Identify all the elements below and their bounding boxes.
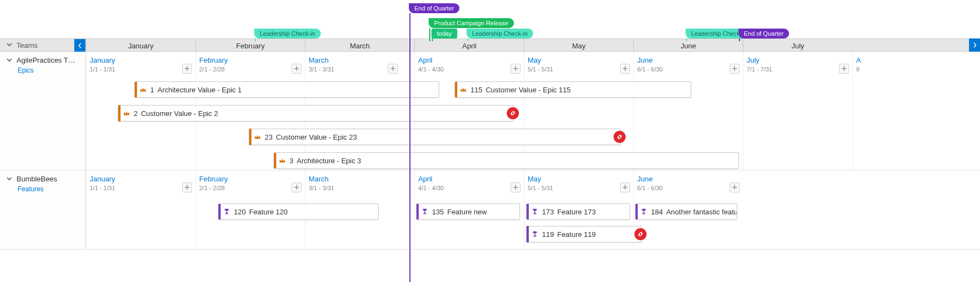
feature-card[interactable]: 135Feature new: [416, 203, 520, 220]
teams-collapse-icon[interactable]: [7, 42, 12, 48]
sprint-label[interactable]: March: [309, 175, 329, 183]
header-month: July: [743, 39, 852, 51]
feature-card[interactable]: 120Feature 120: [218, 203, 379, 220]
add-item-button[interactable]: +: [388, 64, 398, 74]
sprint-range: 3/1 - 3/31: [309, 185, 334, 191]
feature-card[interactable]: 184Another fantastic feature: [635, 203, 737, 220]
epic-card[interactable]: 23Customer Value - Epic 23: [249, 129, 621, 145]
team-name: AgilePractices T…: [17, 56, 75, 64]
sprint-label[interactable]: July: [747, 56, 759, 64]
epic-card[interactable]: 1Architecture Value - Epic 1: [134, 81, 439, 98]
sprint-label[interactable]: A: [856, 56, 861, 64]
marker-check[interactable]: Leadership Check-in: [467, 29, 533, 38]
work-item-id: 184: [651, 208, 663, 216]
sprint-range: 5/1 - 5/31: [528, 185, 553, 191]
header-month: February: [195, 39, 305, 51]
header-month-columns: JanuaryFebruaryMarchAprilMayJuneJuly: [86, 39, 980, 51]
sprint-range: 1/1 - 1/31: [90, 185, 115, 191]
sprint-column: July7/1 - 7/31+: [743, 52, 852, 170]
add-item-button[interactable]: +: [730, 64, 740, 74]
crown-icon: [123, 109, 130, 117]
sprint-label[interactable]: May: [528, 175, 541, 183]
team-lane: BumbleBeesFeaturesJanuary1/1 - 1/31+Febr…: [0, 170, 980, 250]
work-item-title: Customer Value - Epic 23: [276, 133, 357, 141]
add-item-button[interactable]: +: [511, 183, 521, 192]
sprint-label[interactable]: February: [199, 175, 228, 183]
sprint-range: 6/1 - 6/30: [637, 185, 663, 191]
trophy-icon: [223, 208, 231, 215]
team-lane-sidebar: AgilePractices T…Epics: [0, 52, 86, 170]
backlog-level-label[interactable]: Epics: [18, 67, 85, 74]
sprint-label[interactable]: March: [309, 56, 329, 64]
sprint-column: A8: [852, 52, 885, 170]
trophy-icon: [421, 208, 429, 215]
sprint-range: 2/1 - 2/28: [199, 66, 225, 73]
sprint-label[interactable]: June: [637, 175, 653, 183]
add-item-button[interactable]: +: [620, 183, 630, 192]
add-item-button[interactable]: +: [292, 183, 302, 192]
feature-card[interactable]: 173Feature 173: [526, 203, 630, 220]
sprint-range: 7/1 - 7/31: [747, 66, 772, 73]
marker-eoq[interactable]: End of Quarter: [738, 29, 789, 38]
header-month: March: [305, 39, 414, 51]
nav-prev-button[interactable]: [74, 39, 85, 52]
team-lane: AgilePractices T…EpicsJanuary1/1 - 1/31+…: [0, 52, 980, 170]
crown-icon: [459, 86, 467, 93]
epic-card[interactable]: 2Customer Value - Epic 2: [118, 105, 514, 121]
sprint-label[interactable]: February: [199, 56, 228, 64]
trophy-icon: [640, 208, 648, 215]
marker-check[interactable]: Leadership Check-in: [254, 29, 321, 38]
sprint-label[interactable]: May: [528, 56, 541, 64]
dependency-link-icon[interactable]: [507, 107, 519, 119]
sprint-label[interactable]: January: [90, 175, 115, 183]
work-item-id: 173: [542, 208, 554, 216]
work-item-id: 115: [470, 86, 483, 94]
epic-card[interactable]: 3Architecture - Epic 3: [273, 152, 739, 169]
work-item-id: 119: [542, 230, 554, 239]
crown-icon: [254, 133, 261, 141]
add-item-button[interactable]: +: [292, 64, 302, 74]
sprint-range: 3/1 - 3/31: [309, 66, 334, 73]
crown-icon: [139, 86, 147, 93]
team-collapse-icon[interactable]: [7, 57, 12, 64]
work-item-id: 23: [265, 133, 272, 141]
swimlane-container: AgilePractices T…EpicsJanuary1/1 - 1/31+…: [0, 52, 980, 250]
marker-camp[interactable]: Product Campaign Release: [429, 18, 514, 28]
sprint-label[interactable]: January: [90, 56, 115, 64]
nav-next-button[interactable]: [969, 38, 980, 52]
sprint-label[interactable]: April: [418, 175, 432, 183]
team-lane-body: January1/1 - 1/31+February2/1 - 2/28+Mar…: [86, 52, 980, 170]
team-collapse-icon[interactable]: [7, 176, 12, 183]
feature-card[interactable]: 119Feature 119: [526, 226, 642, 242]
sprint-range: 2/1 - 2/28: [199, 185, 225, 191]
add-item-button[interactable]: +: [182, 183, 192, 192]
add-item-button[interactable]: +: [839, 64, 849, 74]
epic-card[interactable]: 115Customer Value - Epic 115: [455, 81, 691, 98]
work-item-id: 3: [289, 157, 293, 165]
dependency-link-icon[interactable]: [614, 131, 626, 143]
dependency-link-icon[interactable]: [634, 228, 647, 240]
header-month: April: [414, 39, 524, 51]
sprint-range: 8: [856, 66, 859, 73]
marker-eoq[interactable]: End of Quarter: [409, 3, 459, 13]
team-name: BumbleBees: [17, 175, 57, 183]
work-item-title: Feature 173: [557, 208, 596, 216]
marker-today[interactable]: today: [431, 29, 457, 38]
sprint-range: 5/1 - 5/31: [528, 66, 553, 73]
backlog-level-label[interactable]: Features: [18, 185, 85, 193]
work-item-id: 1: [150, 86, 154, 94]
header-month: January: [86, 39, 195, 51]
header-month: June: [633, 39, 743, 51]
team-lane-sidebar: BumbleBeesFeatures: [0, 170, 86, 249]
add-item-button[interactable]: +: [730, 183, 740, 192]
work-item-title: Architecture Value - Epic 1: [157, 86, 242, 94]
sprint-label[interactable]: April: [418, 56, 432, 64]
work-item-title: Customer Value - Epic 115: [486, 86, 571, 94]
add-item-button[interactable]: +: [182, 64, 192, 74]
add-item-button[interactable]: +: [620, 64, 630, 74]
work-item-title: Feature new: [447, 208, 487, 216]
sprint-label[interactable]: June: [637, 56, 653, 64]
work-item-title: Another fantastic feature: [666, 208, 737, 216]
marker-rail: End of QuarterProduct Campaign Releaseto…: [86, 0, 980, 38]
add-item-button[interactable]: +: [511, 64, 521, 74]
